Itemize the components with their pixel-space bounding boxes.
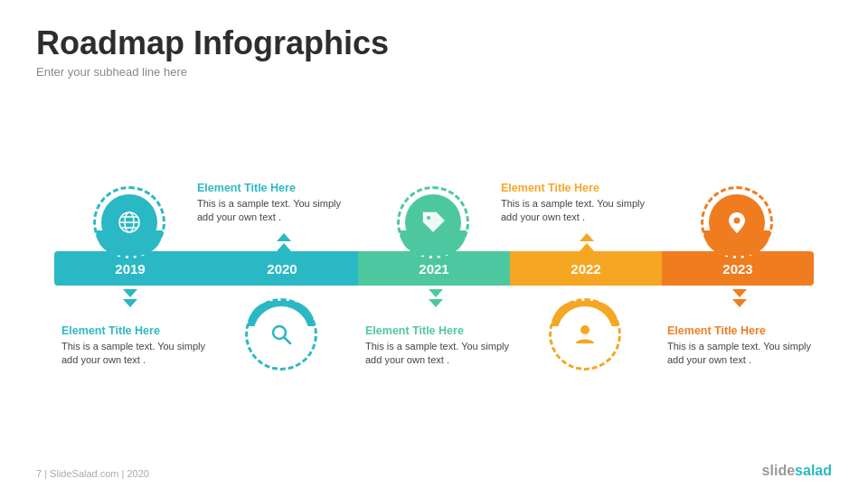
footer-info: | SlideSalad.com | 2020 [44, 468, 149, 479]
element-title-2020: Element Title Here [197, 181, 342, 197]
footer: 7 | SlideSalad.com | 2020 [36, 468, 149, 479]
node-2019 [93, 186, 165, 258]
text-block-2019-bottom: Element Title Here This is a sample text… [61, 324, 206, 367]
brand: slidesalad [762, 463, 832, 479]
location-pin-icon [722, 208, 751, 237]
element-title-2022: Element Title Here [501, 181, 646, 197]
infographic-area: 2019 2020 2021 2022 2023 [0, 99, 868, 425]
year-segment-2022: 2022 [510, 251, 662, 286]
search-icon [267, 320, 296, 349]
arrows-2020-up [277, 233, 291, 251]
svg-point-7 [427, 216, 430, 220]
tag-icon [419, 208, 448, 237]
text-block-2021-bottom: Element Title Here This is a sample text… [365, 324, 510, 367]
node-2023 [701, 186, 773, 258]
arrows-2022-up [580, 233, 594, 251]
person-icon [571, 320, 599, 349]
page-title: Roadmap Infographics [36, 25, 832, 61]
text-block-2023-bottom: Element Title Here This is a sample text… [667, 324, 812, 367]
element-title-2021: Element Title Here [365, 324, 510, 340]
year-segment-2020: 2020 [206, 251, 358, 286]
element-text-2020: This is a sample text. You simply add yo… [197, 197, 342, 225]
element-text-2023: This is a sample text. You simply add yo… [667, 340, 812, 368]
arrows-2023-down [732, 289, 747, 307]
element-title-2023: Element Title Here [667, 324, 812, 340]
svg-point-8 [580, 325, 590, 334]
element-text-2019: This is a sample text. You simply add yo… [61, 340, 206, 368]
header: Roadmap Infographics Enter your subhead … [36, 25, 832, 79]
arrows-2019-down [123, 289, 137, 307]
svg-point-9 [734, 218, 741, 224]
arrows-2021-down [429, 289, 443, 307]
page-number: 7 [36, 468, 42, 479]
node-2021 [397, 186, 469, 258]
node-2022 [549, 298, 621, 371]
text-block-2022-top: Element Title Here This is a sample text… [501, 181, 646, 224]
text-block-2020-top: Element Title Here This is a sample text… [197, 181, 342, 224]
node-2020 [245, 298, 317, 371]
svg-line-6 [284, 337, 290, 343]
slide: Roadmap Infographics Enter your subhead … [0, 0, 868, 488]
element-title-2019: Element Title Here [61, 324, 206, 340]
brand-salad: salad [795, 463, 832, 478]
element-text-2021: This is a sample text. You simply add yo… [365, 340, 510, 368]
globe-icon [115, 208, 144, 237]
element-text-2022: This is a sample text. You simply add yo… [501, 197, 646, 225]
subhead: Enter your subhead line here [36, 65, 832, 79]
brand-slide: slide [762, 463, 795, 478]
